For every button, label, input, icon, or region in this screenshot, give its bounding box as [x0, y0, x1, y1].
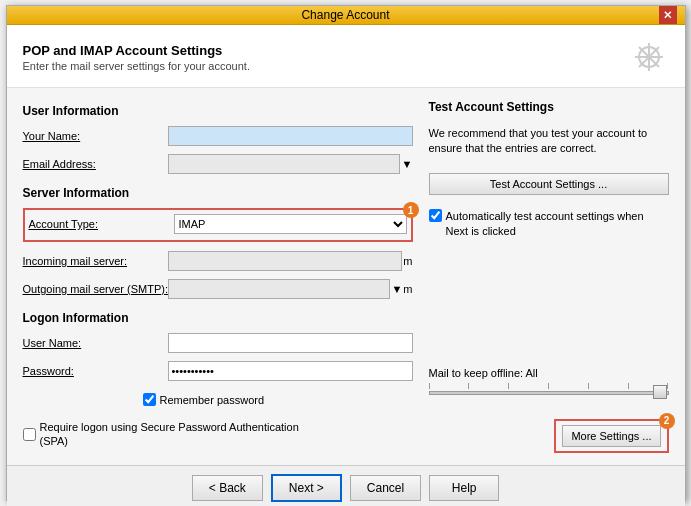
slider-tick — [667, 383, 668, 389]
spa-row: Require logon using Secure Password Auth… — [23, 420, 413, 449]
remember-password-row: Remember password — [143, 393, 413, 406]
slider-tick — [628, 383, 629, 389]
auto-test-row: Automatically test account settings when… — [429, 209, 669, 240]
badge-2: 2 — [659, 413, 675, 429]
incoming-row: Incoming mail server: m — [23, 251, 413, 271]
more-settings-box: 2 More Settings ... — [554, 419, 668, 453]
next-button[interactable]: Next > — [271, 474, 342, 502]
account-type-select[interactable]: IMAP POP3 — [174, 214, 407, 234]
account-icon — [629, 37, 669, 77]
slider-tick — [588, 383, 589, 389]
password-label: Password: — [23, 365, 168, 377]
spa-label: Require logon using Secure Password Auth… — [40, 420, 320, 449]
header-title: POP and IMAP Account Settings — [23, 43, 250, 58]
outgoing-row: Outgoing mail server (SMTP): ▼ m — [23, 279, 413, 299]
email-row: Email Address: ▼ — [23, 154, 413, 174]
back-button[interactable]: < Back — [192, 475, 263, 501]
test-account-button[interactable]: Test Account Settings ... — [429, 173, 669, 195]
offline-section: Mail to keep offline: All — [429, 359, 669, 403]
server-info-title: Server Information — [23, 186, 413, 200]
test-account-title: Test Account Settings — [429, 100, 669, 114]
help-button[interactable]: Help — [429, 475, 499, 501]
username-input[interactable] — [168, 333, 413, 353]
remember-label: Remember password — [160, 394, 265, 406]
email-label: Email Address: — [23, 158, 168, 170]
dialog: Change Account ✕ POP and IMAP Account Se… — [6, 5, 686, 501]
your-name-label: Your Name: — [23, 130, 168, 142]
slider-tick — [548, 383, 549, 389]
server-info-box: 1 Account Type: IMAP POP3 — [23, 208, 413, 242]
incoming-input[interactable] — [168, 251, 403, 271]
incoming-label: Incoming mail server: — [23, 255, 168, 267]
more-settings-button[interactable]: More Settings ... — [562, 425, 660, 447]
slider-thumb[interactable] — [653, 385, 667, 399]
cancel-button[interactable]: Cancel — [350, 475, 421, 501]
slider-tick-row — [429, 383, 669, 389]
user-info-title: User Information — [23, 104, 413, 118]
email-input[interactable] — [168, 154, 400, 174]
right-panel: Test Account Settings We recommend that … — [429, 100, 669, 453]
logon-title: Logon Information — [23, 311, 413, 325]
slider-container — [429, 383, 669, 403]
password-row: Password: — [23, 361, 413, 381]
username-row: User Name: — [23, 333, 413, 353]
content-area: User Information Your Name: Email Addres… — [7, 88, 685, 465]
offline-label: Mail to keep offline: All — [429, 367, 669, 379]
outgoing-input[interactable] — [168, 279, 391, 299]
slider-track — [429, 391, 669, 395]
username-label: User Name: — [23, 337, 168, 349]
header-subtitle: Enter the mail server settings for your … — [23, 60, 250, 72]
slider-tick — [508, 383, 509, 389]
slider-tick — [468, 383, 469, 389]
header-area: POP and IMAP Account Settings Enter the … — [7, 25, 685, 88]
account-type-label: Account Type: — [29, 218, 174, 230]
auto-test-label: Automatically test account settings when… — [446, 209, 669, 240]
badge-1: 1 — [403, 202, 419, 218]
account-type-row: Account Type: IMAP POP3 — [29, 214, 407, 234]
incoming-suffix: m — [403, 255, 412, 267]
auto-test-checkbox[interactable] — [429, 209, 442, 222]
slider-tick — [429, 383, 430, 389]
left-panel: User Information Your Name: Email Addres… — [23, 100, 413, 453]
outgoing-label: Outgoing mail server (SMTP): — [23, 283, 168, 295]
test-account-desc: We recommend that you test your account … — [429, 126, 669, 157]
your-name-input[interactable] — [168, 126, 413, 146]
spa-checkbox[interactable] — [23, 428, 36, 441]
password-input[interactable] — [168, 361, 413, 381]
remember-checkbox[interactable] — [143, 393, 156, 406]
your-name-row: Your Name: — [23, 126, 413, 146]
dialog-title: Change Account — [33, 8, 659, 22]
close-button[interactable]: ✕ — [659, 6, 677, 24]
header-text: POP and IMAP Account Settings Enter the … — [23, 43, 250, 72]
footer: < Back Next > Cancel Help — [7, 465, 685, 506]
titlebar: Change Account ✕ — [7, 6, 685, 25]
